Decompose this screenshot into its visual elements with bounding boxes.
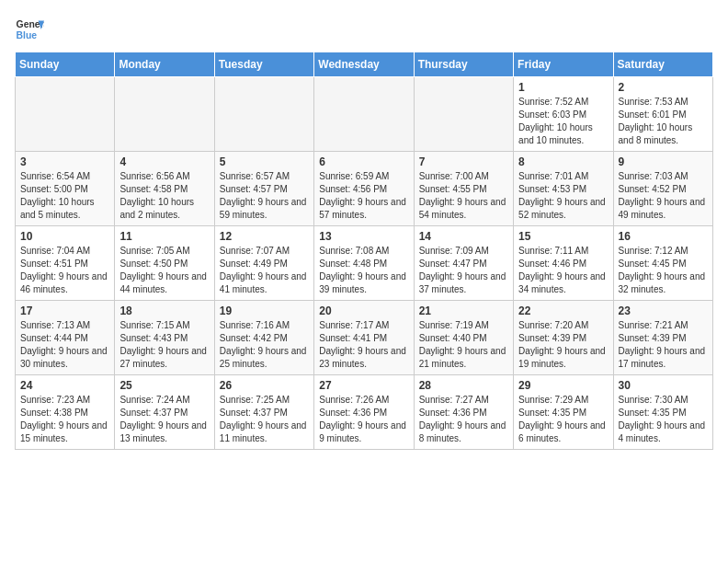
calendar-header-row: SundayMondayTuesdayWednesdayThursdayFrid… (16, 52, 713, 77)
day-info: Sunrise: 7:12 AM Sunset: 4:45 PM Dayligh… (619, 245, 708, 296)
calendar-cell (214, 77, 313, 152)
calendar-cell (115, 77, 214, 152)
calendar-cell: 21Sunrise: 7:19 AM Sunset: 4:40 PM Dayli… (414, 301, 513, 375)
day-info: Sunrise: 7:03 AM Sunset: 4:52 PM Dayligh… (619, 170, 708, 222)
logo: General Blue (15, 15, 44, 44)
day-info: Sunrise: 7:11 AM Sunset: 4:46 PM Dayligh… (518, 245, 608, 296)
calendar-cell: 4Sunrise: 6:56 AM Sunset: 4:58 PM Daylig… (115, 152, 214, 226)
calendar-week-row: 17Sunrise: 7:13 AM Sunset: 4:44 PM Dayli… (16, 301, 713, 375)
logo-icon: General Blue (15, 15, 44, 44)
day-info: Sunrise: 7:20 AM Sunset: 4:39 PM Dayligh… (518, 319, 608, 371)
day-number: 27 (319, 379, 408, 392)
day-number: 7 (419, 155, 508, 168)
day-number: 12 (220, 230, 309, 243)
day-info: Sunrise: 6:56 AM Sunset: 4:58 PM Dayligh… (119, 170, 209, 222)
day-number: 25 (119, 379, 209, 392)
calendar-cell: 30Sunrise: 7:30 AM Sunset: 4:35 PM Dayli… (613, 375, 712, 450)
calendar-cell: 25Sunrise: 7:24 AM Sunset: 4:37 PM Dayli… (115, 375, 214, 450)
calendar-cell: 19Sunrise: 7:16 AM Sunset: 4:42 PM Dayli… (214, 301, 313, 375)
calendar-cell (414, 77, 513, 152)
calendar-cell: 20Sunrise: 7:17 AM Sunset: 4:41 PM Dayli… (314, 301, 414, 375)
calendar-cell: 24Sunrise: 7:23 AM Sunset: 4:38 PM Dayli… (16, 375, 115, 450)
day-number: 19 (220, 304, 309, 317)
day-number: 11 (119, 230, 209, 243)
day-number: 15 (518, 230, 608, 243)
day-info: Sunrise: 7:23 AM Sunset: 4:38 PM Dayligh… (20, 394, 109, 445)
day-number: 26 (220, 379, 309, 392)
calendar-cell: 23Sunrise: 7:21 AM Sunset: 4:39 PM Dayli… (613, 301, 712, 375)
calendar-cell: 12Sunrise: 7:07 AM Sunset: 4:49 PM Dayli… (214, 226, 313, 301)
day-info: Sunrise: 7:13 AM Sunset: 4:44 PM Dayligh… (20, 319, 109, 371)
calendar-cell: 17Sunrise: 7:13 AM Sunset: 4:44 PM Dayli… (16, 301, 115, 375)
day-number: 22 (518, 304, 608, 317)
calendar-cell: 6Sunrise: 6:59 AM Sunset: 4:56 PM Daylig… (314, 152, 414, 226)
day-info: Sunrise: 7:29 AM Sunset: 4:35 PM Dayligh… (518, 394, 608, 445)
calendar-week-row: 3Sunrise: 6:54 AM Sunset: 5:00 PM Daylig… (16, 152, 713, 226)
calendar-cell: 3Sunrise: 6:54 AM Sunset: 5:00 PM Daylig… (16, 152, 115, 226)
day-info: Sunrise: 7:00 AM Sunset: 4:55 PM Dayligh… (419, 170, 508, 222)
day-number: 17 (20, 304, 109, 317)
calendar-cell: 26Sunrise: 7:25 AM Sunset: 4:37 PM Dayli… (214, 375, 313, 450)
day-number: 29 (518, 379, 608, 392)
day-number: 28 (419, 379, 508, 392)
column-header-sunday: Sunday (16, 52, 115, 77)
calendar-cell: 1Sunrise: 7:52 AM Sunset: 6:03 PM Daylig… (514, 77, 613, 152)
calendar-cell: 13Sunrise: 7:08 AM Sunset: 4:48 PM Dayli… (314, 226, 414, 301)
day-number: 5 (220, 155, 309, 168)
day-number: 30 (619, 379, 708, 392)
calendar-cell: 14Sunrise: 7:09 AM Sunset: 4:47 PM Dayli… (414, 226, 513, 301)
day-number: 10 (20, 230, 109, 243)
day-info: Sunrise: 7:05 AM Sunset: 4:50 PM Dayligh… (119, 245, 209, 296)
calendar: SundayMondayTuesdayWednesdayThursdayFrid… (15, 52, 713, 450)
day-number: 2 (619, 81, 708, 94)
calendar-week-row: 1Sunrise: 7:52 AM Sunset: 6:03 PM Daylig… (16, 77, 713, 152)
day-info: Sunrise: 7:08 AM Sunset: 4:48 PM Dayligh… (319, 245, 408, 296)
day-info: Sunrise: 7:16 AM Sunset: 4:42 PM Dayligh… (220, 319, 309, 371)
page-header: General Blue (15, 15, 713, 44)
day-number: 18 (119, 304, 209, 317)
day-info: Sunrise: 7:26 AM Sunset: 4:36 PM Dayligh… (319, 394, 408, 445)
day-info: Sunrise: 7:04 AM Sunset: 4:51 PM Dayligh… (20, 245, 109, 296)
svg-text:Blue: Blue (17, 30, 38, 40)
calendar-cell: 16Sunrise: 7:12 AM Sunset: 4:45 PM Dayli… (613, 226, 712, 301)
calendar-cell (314, 77, 414, 152)
day-number: 21 (419, 304, 508, 317)
day-info: Sunrise: 6:54 AM Sunset: 5:00 PM Dayligh… (20, 170, 109, 222)
calendar-cell: 28Sunrise: 7:27 AM Sunset: 4:36 PM Dayli… (414, 375, 513, 450)
day-info: Sunrise: 7:15 AM Sunset: 4:43 PM Dayligh… (119, 319, 209, 371)
column-header-wednesday: Wednesday (314, 52, 414, 77)
calendar-cell: 11Sunrise: 7:05 AM Sunset: 4:50 PM Dayli… (115, 226, 214, 301)
day-info: Sunrise: 7:17 AM Sunset: 4:41 PM Dayligh… (319, 319, 408, 371)
calendar-cell: 5Sunrise: 6:57 AM Sunset: 4:57 PM Daylig… (214, 152, 313, 226)
calendar-cell: 22Sunrise: 7:20 AM Sunset: 4:39 PM Dayli… (514, 301, 613, 375)
day-number: 6 (319, 155, 408, 168)
column-header-friday: Friday (514, 52, 613, 77)
day-number: 23 (619, 304, 708, 317)
column-header-monday: Monday (115, 52, 214, 77)
day-info: Sunrise: 7:24 AM Sunset: 4:37 PM Dayligh… (119, 394, 209, 445)
calendar-cell: 15Sunrise: 7:11 AM Sunset: 4:46 PM Dayli… (514, 226, 613, 301)
day-info: Sunrise: 7:07 AM Sunset: 4:49 PM Dayligh… (220, 245, 309, 296)
day-info: Sunrise: 7:25 AM Sunset: 4:37 PM Dayligh… (220, 394, 309, 445)
calendar-cell: 8Sunrise: 7:01 AM Sunset: 4:53 PM Daylig… (514, 152, 613, 226)
column-header-thursday: Thursday (414, 52, 513, 77)
calendar-week-row: 10Sunrise: 7:04 AM Sunset: 4:51 PM Dayli… (16, 226, 713, 301)
day-info: Sunrise: 6:57 AM Sunset: 4:57 PM Dayligh… (220, 170, 309, 222)
calendar-week-row: 24Sunrise: 7:23 AM Sunset: 4:38 PM Dayli… (16, 375, 713, 450)
calendar-cell: 27Sunrise: 7:26 AM Sunset: 4:36 PM Dayli… (314, 375, 414, 450)
day-info: Sunrise: 7:53 AM Sunset: 6:01 PM Dayligh… (619, 96, 708, 147)
day-number: 13 (319, 230, 408, 243)
day-number: 4 (119, 155, 209, 168)
calendar-cell: 10Sunrise: 7:04 AM Sunset: 4:51 PM Dayli… (16, 226, 115, 301)
day-number: 9 (619, 155, 708, 168)
day-info: Sunrise: 7:19 AM Sunset: 4:40 PM Dayligh… (419, 319, 508, 371)
calendar-cell (16, 77, 115, 152)
day-info: Sunrise: 7:30 AM Sunset: 4:35 PM Dayligh… (619, 394, 708, 445)
day-info: Sunrise: 7:52 AM Sunset: 6:03 PM Dayligh… (518, 96, 608, 147)
day-number: 24 (20, 379, 109, 392)
column-header-tuesday: Tuesday (214, 52, 313, 77)
day-number: 20 (319, 304, 408, 317)
calendar-cell: 9Sunrise: 7:03 AM Sunset: 4:52 PM Daylig… (613, 152, 712, 226)
day-info: Sunrise: 7:21 AM Sunset: 4:39 PM Dayligh… (619, 319, 708, 371)
calendar-cell: 2Sunrise: 7:53 AM Sunset: 6:01 PM Daylig… (613, 77, 712, 152)
